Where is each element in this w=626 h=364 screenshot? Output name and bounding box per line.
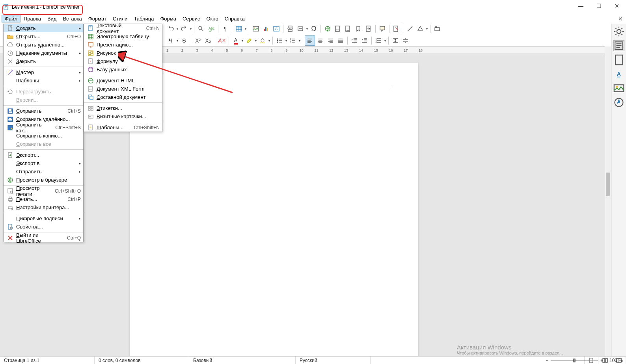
para-space-inc-icon[interactable]	[390, 35, 401, 46]
status-wordcount[interactable]: 0 слов, 0 символов	[95, 357, 189, 364]
menu-styles[interactable]: Стили	[110, 15, 130, 22]
table-icon[interactable]	[234, 24, 244, 34]
dropdown-arrow-icon[interactable]: ▾	[425, 27, 429, 31]
menu-item[interactable]: Закрыть	[4, 57, 83, 65]
menu-item[interactable]: Отправить▸	[4, 167, 83, 176]
menu-item[interactable]: Выйти из LibreOfficeCtrl+Q	[4, 234, 83, 242]
gallery-panel-icon[interactable]	[613, 83, 624, 94]
align-center-icon[interactable]	[315, 35, 325, 46]
menu-form[interactable]: Форма	[157, 15, 179, 22]
spellcheck-icon[interactable]: Abc	[206, 24, 216, 34]
dropdown-arrow-icon[interactable]: ▾	[241, 39, 244, 43]
image-icon[interactable]	[251, 24, 261, 34]
status-page[interactable]: Страница 1 из 1	[0, 357, 95, 364]
chart-icon[interactable]	[261, 24, 271, 34]
menu-item[interactable]: Текстовый документCtrl+N	[84, 24, 162, 32]
menu-view[interactable]: Вид	[44, 15, 60, 22]
status-language[interactable]: Русский	[296, 357, 371, 364]
menu-item[interactable]: Печать...Ctrl+P	[4, 195, 83, 203]
scrollbar-thumb[interactable]	[606, 173, 610, 196]
linespacing-icon[interactable]	[373, 35, 384, 46]
menu-item[interactable]: Создать▸	[4, 24, 83, 32]
menu-item[interactable]: Экспорт в▸	[4, 159, 83, 167]
menu-item[interactable]: Документ HTML	[84, 76, 162, 85]
menu-item[interactable]: √Формулу	[84, 57, 162, 65]
dropdown-arrow-icon[interactable]: ▾	[298, 39, 301, 43]
dropdown-arrow-icon[interactable]: ▾	[306, 27, 309, 31]
trackchanges-icon[interactable]	[391, 24, 401, 34]
menu-table[interactable]: Таблица	[130, 15, 157, 22]
menu-tools[interactable]: Сервис	[179, 15, 203, 22]
menu-item[interactable]: Шаблоны▸	[4, 76, 83, 85]
dropdown-arrow-icon[interactable]: ▾	[176, 27, 179, 31]
indent-inc-icon[interactable]	[349, 35, 360, 46]
pagebreak-icon[interactable]	[285, 24, 295, 34]
font-color-icon[interactable]: A	[231, 35, 241, 46]
endnote-icon[interactable]	[343, 24, 353, 34]
bookmark-icon[interactable]	[353, 24, 363, 34]
zoom-minus-icon[interactable]: −	[546, 358, 548, 363]
properties-panel-icon[interactable]	[613, 40, 624, 51]
page-canvas[interactable]	[130, 63, 418, 364]
char-bgcolor-icon[interactable]	[257, 35, 268, 46]
find-icon[interactable]	[196, 24, 206, 34]
drawfunc-icon[interactable]	[432, 24, 442, 34]
field-icon[interactable]	[295, 24, 306, 34]
menu-item[interactable]: Рисунок	[84, 49, 162, 57]
menu-item[interactable]: Цифровые подписи▸	[4, 214, 83, 223]
menu-item[interactable]: Открыть удалённо...	[4, 41, 83, 49]
shapes-icon[interactable]	[415, 24, 425, 34]
menu-item[interactable]: Просмотр в браузере	[4, 176, 83, 184]
minimize-button[interactable]: —	[572, 0, 590, 12]
menu-window[interactable]: Окно	[203, 15, 221, 22]
align-justify-icon[interactable]	[335, 35, 346, 46]
menu-item[interactable]: Сохранить копию...	[4, 132, 83, 140]
maximize-button[interactable]: ☐	[590, 0, 608, 12]
indent-dec-icon[interactable]	[360, 35, 370, 46]
menu-item[interactable]: Визитные карточки...	[84, 112, 162, 121]
bullets-icon[interactable]	[274, 35, 285, 46]
gear-icon[interactable]	[613, 26, 624, 37]
align-left-icon[interactable]	[305, 35, 315, 46]
menu-item[interactable]: Сохранить как...Ctrl+Shift+S	[4, 123, 83, 132]
menu-item[interactable]: СохранитьCtrl+S	[4, 107, 83, 115]
undo-icon[interactable]	[166, 24, 176, 34]
dropdown-arrow-icon[interactable]: ▾	[244, 27, 247, 31]
menu-file[interactable]: Файл	[2, 15, 20, 22]
zoom-slider[interactable]	[551, 358, 598, 363]
zoom-control[interactable]: − + 100 %	[546, 358, 623, 363]
menu-item[interactable]: Открыть...Ctrl+O	[4, 32, 83, 41]
styles-panel-icon[interactable]: A̲	[613, 69, 624, 80]
hyperlink-icon[interactable]	[322, 24, 333, 34]
menu-item[interactable]: Этикетки...	[84, 104, 162, 112]
menu-item[interactable]: Электронную таблицу	[84, 32, 162, 41]
navigator-panel-icon[interactable]	[613, 97, 624, 108]
menu-format[interactable]: Формат	[85, 15, 110, 22]
pilcrow-icon[interactable]: ¶	[220, 24, 230, 34]
menu-item[interactable]: Шаблоны...Ctrl+Shift+N	[84, 123, 162, 132]
crossref-icon[interactable]	[363, 24, 374, 34]
menu-item[interactable]: Просмотр печатиCtrl+Shift+O	[4, 187, 83, 195]
dropdown-arrow-icon[interactable]: ▾	[268, 39, 271, 43]
menu-item[interactable]: Мастер▸	[4, 68, 83, 76]
menu-item[interactable]: Составной документ	[84, 93, 162, 101]
status-style[interactable]: Базовый	[189, 357, 296, 364]
underline-icon[interactable]: Ч	[166, 35, 176, 46]
menu-item[interactable]: Базу данных	[84, 65, 162, 74]
menu-item[interactable]: Недавние документы▸	[4, 49, 83, 57]
superscript-icon[interactable]: X²	[193, 35, 203, 46]
redo-icon[interactable]	[179, 24, 189, 34]
page-panel-icon[interactable]	[613, 54, 624, 65]
menu-help[interactable]: Справка	[222, 15, 248, 22]
comment-icon[interactable]	[377, 24, 388, 34]
menu-item[interactable]: xmlДокумент XML Form	[84, 85, 162, 93]
numbering-icon[interactable]: 123	[288, 35, 298, 46]
special-char-icon[interactable]: Ω	[309, 24, 319, 34]
para-space-dec-icon[interactable]	[401, 35, 411, 46]
footnote-icon[interactable]	[333, 24, 343, 34]
highlight-icon[interactable]	[244, 35, 254, 46]
vertical-scrollbar[interactable]	[605, 46, 611, 356]
dropdown-arrow-icon[interactable]: ▾	[189, 27, 192, 31]
menu-edit[interactable]: Правка	[20, 15, 44, 22]
close-button[interactable]: ✕	[608, 0, 626, 12]
